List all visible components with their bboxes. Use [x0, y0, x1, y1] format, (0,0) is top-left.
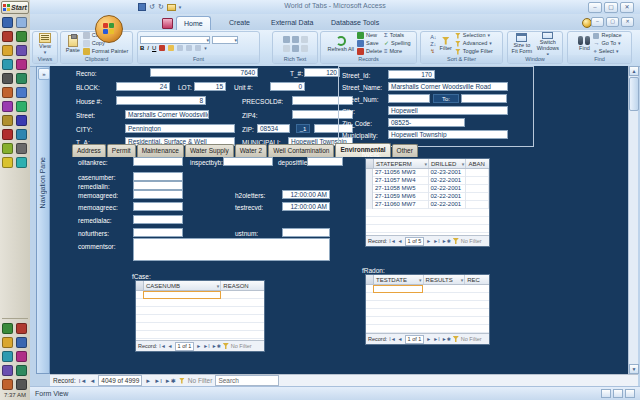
fill-color-icon[interactable] — [168, 45, 174, 51]
field-recno[interactable]: 7640 — [150, 68, 258, 77]
table-cell[interactable]: 27-11058 MW5 — [373, 185, 429, 193]
table-row[interactable]: 27-11058 MW502-22-2001 — [366, 185, 489, 193]
field-lot[interactable]: 15 — [194, 82, 226, 91]
field-city[interactable]: Pennington — [125, 124, 235, 133]
table-cell[interactable]: 27-11056 MW3 — [373, 169, 429, 177]
row-selector[interactable] — [366, 185, 373, 193]
next-record-icon[interactable]: ► — [145, 376, 151, 386]
taskbar-app-icon[interactable] — [16, 101, 27, 112]
tab-water-supply[interactable]: Water Supply — [185, 144, 234, 157]
field-city-right[interactable]: Hopewell — [388, 106, 508, 115]
selection-button[interactable]: Selection▾ — [455, 32, 493, 39]
doc-minimize-button[interactable]: – — [591, 17, 604, 27]
scroll-down-icon[interactable]: ▼ — [629, 364, 639, 374]
underline-button[interactable]: U — [152, 45, 156, 51]
spelling-button[interactable]: ✓Spelling — [384, 40, 411, 47]
record-position[interactable]: 4049 of 4999 — [98, 375, 142, 386]
table-cell[interactable]: 02-22-2001 — [429, 193, 467, 201]
align-left-icon[interactable] — [177, 45, 183, 51]
bullet-list-icon[interactable] — [283, 36, 290, 43]
ribbon-tab-create[interactable]: Create — [222, 16, 257, 30]
font-name-combo[interactable]: ▾ — [140, 36, 210, 44]
taskbar-app-icon[interactable] — [16, 17, 27, 28]
column-header-testdate[interactable]: TESTDATE▾ — [374, 275, 424, 284]
column-header-drilled[interactable]: DRILLED▾ — [429, 159, 466, 168]
font-size-combo[interactable]: ▾ — [212, 36, 238, 44]
totals-button[interactable]: ΣTotals — [384, 32, 411, 39]
field-nofurthers[interactable] — [133, 228, 183, 237]
advanced-button[interactable]: Advanced▾ — [455, 40, 493, 47]
record-position[interactable]: 1 of 5 — [405, 237, 425, 246]
field-street-num[interactable] — [388, 94, 430, 103]
table-cell[interactable]: 02-22-2001 — [429, 201, 467, 209]
first-record-icon[interactable]: I◄ — [389, 334, 395, 344]
row-selector[interactable] — [366, 201, 373, 209]
tray-icon[interactable] — [16, 365, 27, 376]
table-cell[interactable] — [466, 169, 489, 177]
table-cell[interactable] — [466, 201, 489, 209]
current-record-cell[interactable] — [373, 285, 423, 293]
taskbar-app-icon[interactable] — [2, 59, 13, 70]
navigation-pane-collapsed[interactable]: » Navigation Pane — [36, 66, 50, 374]
previous-record-icon[interactable]: ◄ — [89, 376, 95, 386]
last-record-icon[interactable]: ►I — [203, 341, 209, 351]
table-cell[interactable]: 02-22-2001 — [429, 177, 467, 185]
last-record-icon[interactable]: ►I — [433, 236, 439, 246]
column-header-reason[interactable]: REASON — [221, 281, 264, 290]
column-header-stateperm[interactable]: STATEPERM▾ — [374, 159, 429, 168]
new-record-button[interactable]: New — [357, 32, 382, 39]
new-record-icon[interactable]: ►✱ — [165, 376, 176, 386]
table-cell[interactable]: 27-11057 MW4 — [373, 177, 429, 185]
record-position[interactable]: 1 of 1 — [175, 342, 195, 351]
field-municipality[interactable]: Hopewell Township — [388, 130, 508, 139]
highlight-icon[interactable] — [301, 45, 308, 52]
paste-button[interactable]: Paste — [65, 35, 81, 53]
field-remedialac[interactable] — [133, 215, 183, 224]
record-position[interactable]: 1 of 1 — [405, 335, 425, 344]
tab-other[interactable]: Other — [392, 144, 418, 157]
numbered-list-icon[interactable] — [292, 36, 299, 43]
text-direction-icon[interactable] — [292, 45, 299, 52]
doc-restore-button[interactable]: ▢ — [606, 17, 619, 27]
column-header-aban[interactable]: ABAN — [466, 159, 489, 168]
design-view-icon[interactable] — [625, 389, 635, 398]
field-block[interactable]: 24 — [116, 82, 170, 91]
more-button[interactable]: ≡More — [384, 48, 411, 55]
field-zip[interactable]: 08534 — [257, 124, 290, 133]
field-remedialin[interactable] — [133, 181, 183, 190]
taskbar-app-icon[interactable] — [16, 31, 27, 42]
open-icon[interactable] — [167, 4, 176, 11]
table-cell[interactable] — [466, 185, 489, 193]
save-record-button[interactable]: Save — [357, 40, 382, 47]
new-record-icon[interactable]: ►✱ — [442, 334, 451, 344]
taskbar-app-icon[interactable] — [2, 101, 13, 112]
column-header-casenumb[interactable]: CASENUMB▾ — [144, 281, 221, 290]
find-button[interactable]: Find — [577, 36, 591, 51]
field-zip-code[interactable]: 08525- — [388, 118, 465, 127]
table-row[interactable]: 27-11057 MW402-22-2001 — [366, 177, 489, 185]
new-record-icon[interactable]: ►✱ — [212, 341, 221, 351]
last-record-icon[interactable]: ►I — [433, 334, 439, 344]
taskbar-app-icon[interactable] — [2, 17, 13, 28]
tray-icon[interactable] — [2, 379, 13, 390]
switch-windows-button[interactable]: Switch Windows ▾ — [536, 32, 560, 55]
first-record-icon[interactable]: I◄ — [79, 376, 87, 386]
goto-button[interactable]: →Go To▾ — [593, 40, 621, 47]
field-memoagreec[interactable] — [133, 202, 183, 211]
size-to-fit-form-button[interactable]: Size to Fit Form — [510, 33, 534, 54]
tray-icon[interactable] — [16, 351, 27, 362]
table-cell[interactable]: 27-11059 MW6 — [373, 193, 429, 201]
taskbar-app-icon[interactable] — [16, 73, 27, 84]
previous-record-icon[interactable]: ◄ — [398, 236, 403, 246]
field-casenumber[interactable] — [133, 172, 183, 181]
first-record-icon[interactable]: I◄ — [389, 236, 395, 246]
minimize-button[interactable]: – — [588, 2, 602, 13]
tab-maintenance[interactable]: Maintenance — [137, 144, 184, 157]
field-inspectbyb[interactable] — [223, 157, 273, 166]
tab-address[interactable]: Address — [72, 144, 106, 157]
row-selector[interactable] — [366, 177, 373, 185]
table-cell[interactable]: 02-23-2001 — [429, 169, 467, 177]
field-depositfile[interactable] — [307, 157, 343, 166]
tray-icon[interactable] — [2, 365, 13, 376]
taskbar-app-icon[interactable] — [16, 87, 27, 98]
